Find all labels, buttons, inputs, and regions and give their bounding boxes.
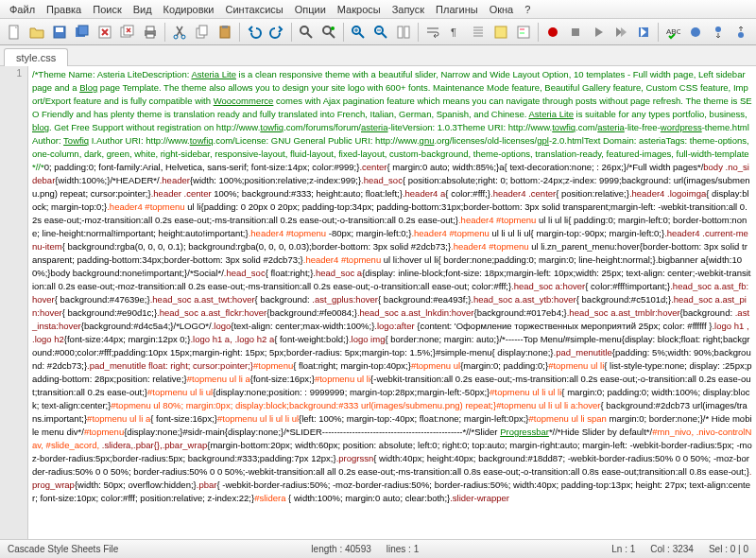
macro-record-button[interactable] — [542, 22, 563, 43]
status-length: length : 40593 — [311, 544, 370, 554]
menu-encoding[interactable]: Кодировки — [158, 2, 220, 17]
svg-point-29 — [548, 27, 558, 37]
menu-view[interactable]: Вид — [128, 2, 158, 17]
sync-scroll-button[interactable] — [393, 22, 414, 43]
word-wrap-button[interactable] — [422, 22, 443, 43]
status-lines: lines : 1 — [387, 544, 419, 554]
redo-button[interactable] — [266, 22, 287, 43]
tab-bar: style.css — [0, 45, 756, 66]
doc-map-button[interactable] — [513, 22, 534, 43]
close-file-button[interactable] — [94, 22, 115, 43]
svg-rect-2 — [56, 27, 63, 32]
menu-help[interactable]: ? — [519, 2, 536, 17]
svg-point-18 — [323, 26, 331, 34]
svg-point-35 — [738, 32, 744, 38]
function-list-button[interactable] — [490, 22, 511, 43]
toolbar: ¶ ABC — [0, 19, 756, 45]
svg-point-33 — [691, 27, 700, 37]
svg-rect-14 — [199, 26, 207, 35]
svg-rect-27 — [520, 28, 524, 30]
svg-point-11 — [174, 35, 178, 39]
status-bar: Cascade Style Sheets File length : 40593… — [0, 539, 756, 558]
menu-file[interactable]: Файл — [4, 2, 41, 17]
svg-rect-4 — [78, 26, 88, 35]
open-file-button[interactable] — [26, 22, 47, 43]
next-bookmark-button[interactable] — [708, 22, 729, 43]
svg-point-12 — [181, 35, 185, 39]
show-all-chars-button[interactable]: ¶ — [445, 22, 466, 43]
copy-button[interactable] — [192, 22, 213, 43]
status-col: Col : 3234 — [650, 544, 694, 554]
svg-point-19 — [331, 26, 335, 30]
menu-edit[interactable]: Правка — [41, 2, 87, 17]
status-filetype: Cascade Style Sheets File — [8, 544, 118, 554]
menu-bar: Файл Правка Поиск Вид Кодировки Синтакси… — [0, 0, 756, 19]
editor-area: 1 /*Theme Name: Asteria LiteDescription:… — [0, 66, 756, 539]
status-ln: Ln : 1 — [611, 544, 635, 554]
svg-rect-9 — [146, 26, 154, 31]
prev-bookmark-button[interactable] — [730, 22, 751, 43]
close-all-button[interactable] — [117, 22, 138, 43]
macro-play-button[interactable] — [588, 22, 609, 43]
print-button[interactable] — [140, 22, 161, 43]
svg-rect-25 — [495, 26, 507, 38]
macro-save-button[interactable] — [633, 22, 654, 43]
svg-rect-28 — [520, 32, 524, 34]
replace-button[interactable] — [318, 22, 339, 43]
svg-rect-22 — [398, 26, 403, 38]
find-button[interactable] — [296, 22, 317, 43]
zoom-out-button[interactable] — [370, 22, 391, 43]
macro-stop-button[interactable] — [565, 22, 586, 43]
paste-button[interactable] — [215, 22, 235, 43]
menu-plugins[interactable]: Плагины — [430, 2, 484, 17]
svg-point-17 — [301, 26, 308, 34]
menu-syntax[interactable]: Синтаксисы — [220, 2, 289, 17]
menu-options[interactable]: Опции — [289, 2, 332, 17]
file-tab[interactable]: style.css — [4, 48, 68, 66]
macro-play-multi-button[interactable] — [610, 22, 631, 43]
indent-guide-button[interactable] — [468, 22, 489, 43]
status-sel: Sel : 0 | 0 — [709, 544, 748, 554]
menu-run[interactable]: Запуск — [387, 2, 430, 17]
toggle-bookmark-button[interactable] — [685, 22, 706, 43]
svg-rect-10 — [146, 34, 154, 38]
save-button[interactable] — [49, 22, 70, 43]
svg-point-34 — [715, 26, 721, 32]
svg-text:¶: ¶ — [451, 26, 456, 38]
cut-button[interactable] — [169, 22, 190, 43]
zoom-in-button[interactable] — [348, 22, 369, 43]
menu-search[interactable]: Поиск — [87, 2, 127, 17]
save-all-button[interactable] — [72, 22, 93, 43]
line-gutter: 1 — [0, 66, 28, 539]
code-content[interactable]: /*Theme Name: Asteria LiteDescription: A… — [28, 66, 756, 539]
svg-rect-23 — [404, 26, 409, 38]
svg-rect-16 — [222, 26, 228, 28]
svg-rect-30 — [572, 28, 579, 36]
undo-button[interactable] — [244, 22, 265, 43]
spellcheck-button[interactable]: ABC — [662, 22, 683, 43]
menu-windows[interactable]: Окна — [484, 2, 520, 17]
new-file-button[interactable] — [4, 22, 25, 43]
menu-macros[interactable]: Макросы — [332, 2, 387, 17]
